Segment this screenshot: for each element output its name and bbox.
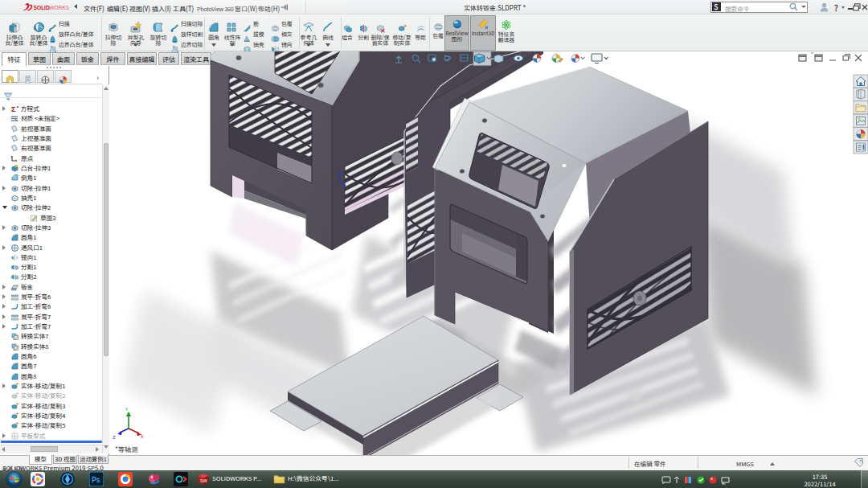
svg-text:SW: SW (200, 477, 208, 484)
svg-text:S: S (714, 3, 719, 10)
svg-text:WORKS: WORKS (49, 2, 69, 11)
svg-text:Y: Y (125, 405, 129, 412)
svg-text:X: X (141, 433, 144, 440)
svg-text:Ps: Ps (92, 474, 100, 485)
svg-text:Z: Z (113, 433, 116, 441)
svg-text:*等轴测: *等轴测 (115, 444, 137, 453)
svg-text:SOLID: SOLID (34, 2, 50, 11)
svg-text:Σ: Σ (11, 105, 16, 113)
